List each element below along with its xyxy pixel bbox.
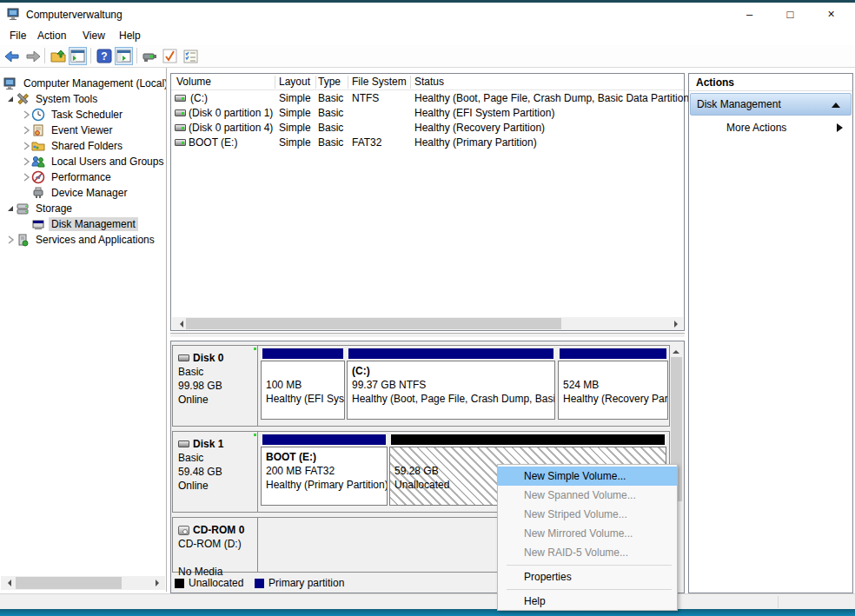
tree-item-label: Performance bbox=[49, 170, 114, 184]
cell-status: Healthy (Primary Partition) bbox=[414, 136, 537, 149]
menu-item-properties[interactable]: Properties bbox=[498, 567, 677, 586]
volume-row-partition1[interactable]: (Disk 0 partition 1) Simple Basic Health… bbox=[171, 106, 684, 121]
minimize-button[interactable]: – bbox=[730, 3, 769, 26]
menu-item-new-simple-volume[interactable]: New Simple Volume... bbox=[498, 467, 677, 486]
chevron-collapsed-icon[interactable] bbox=[21, 141, 31, 151]
tree-item-local-users-groups[interactable]: Local Users and Groups bbox=[0, 154, 167, 169]
partition-recovery[interactable]: 524 MB Healthy (Recovery Partition) bbox=[558, 348, 668, 420]
volume-row-boot-e[interactable]: BOOT (E:) Simple Basic FAT32 Healthy (Pr… bbox=[171, 136, 684, 150]
cell-status: Healthy (Boot, Page File, Crash Dump, Ba… bbox=[414, 92, 693, 104]
volume-row-partition4[interactable]: (Disk 0 partition 4) Simple Basic Health… bbox=[171, 121, 684, 136]
storage-icon bbox=[16, 202, 30, 215]
disk-name: Disk 1 bbox=[193, 438, 223, 450]
partition-efi[interactable]: 100 MB Healthy (EFI System Partition) bbox=[261, 348, 345, 420]
disk-1-label[interactable]: Disk 1 Basic 59.48 GB Online bbox=[173, 432, 258, 512]
cell-layout: Simple bbox=[279, 92, 311, 104]
scroll-left-icon[interactable] bbox=[4, 580, 11, 586]
up-one-level-button[interactable] bbox=[49, 47, 67, 65]
partition-c[interactable]: (C:) 99.37 GB NTFS Healthy (Boot, Page F… bbox=[347, 348, 555, 420]
tree-horizontal-scrollbar[interactable] bbox=[1, 576, 165, 590]
chevron-collapsed-icon[interactable] bbox=[21, 125, 31, 136]
legend-primary-partition: Primary partition bbox=[255, 577, 344, 589]
scroll-right-icon[interactable] bbox=[674, 321, 681, 328]
tree-item-task-scheduler[interactable]: Task Scheduler bbox=[0, 107, 167, 123]
cell-layout: Simple bbox=[279, 136, 311, 149]
cell-volume: (Disk 0 partition 1) bbox=[189, 107, 273, 119]
disk-0-row[interactable]: Disk 0 Basic 99.98 GB Online 100 MB Heal… bbox=[172, 345, 670, 427]
actions-pane: Actions Disk Management More Actions bbox=[688, 73, 853, 593]
more-actions-item[interactable]: More Actions bbox=[690, 117, 852, 138]
volume-list-pane: Volume Layout Type File System Status (C… bbox=[170, 73, 685, 331]
menu-bar: File Action View Help bbox=[0, 26, 855, 45]
up-folder-icon bbox=[50, 50, 66, 63]
scrollbar-thumb[interactable] bbox=[186, 318, 561, 329]
chevron-collapsed-icon[interactable] bbox=[21, 172, 31, 182]
tree-item-label: Event Viewer bbox=[49, 123, 115, 137]
performance-icon bbox=[31, 170, 45, 184]
tree-item-computer-management[interactable]: Computer Management (Local) bbox=[0, 76, 167, 91]
legend-label: Primary partition bbox=[268, 577, 344, 589]
chevron-collapsed-icon[interactable] bbox=[21, 109, 31, 120]
column-status[interactable]: Status bbox=[414, 76, 444, 88]
volume-list-header[interactable]: Volume Layout Type File System Status bbox=[171, 74, 684, 90]
partition-title: BOOT (E:) bbox=[266, 450, 387, 464]
tree-item-event-viewer[interactable]: Event Viewer bbox=[0, 123, 167, 138]
back-button[interactable] bbox=[3, 47, 21, 65]
tree-item-system-tools[interactable]: System Tools bbox=[0, 91, 167, 107]
title-bar[interactable]: Computerverwaltung – □ × bbox=[0, 3, 855, 26]
show-action-pane-button[interactable] bbox=[115, 47, 133, 65]
chevron-expanded-icon[interactable] bbox=[5, 203, 16, 214]
close-button[interactable]: × bbox=[812, 3, 851, 26]
tree-item-device-manager[interactable]: Device Manager bbox=[0, 185, 167, 201]
export-list-button[interactable] bbox=[182, 47, 200, 65]
menu-view[interactable]: View bbox=[79, 29, 109, 43]
menu-action[interactable]: Action bbox=[34, 29, 70, 43]
unallocated-swatch bbox=[175, 579, 184, 588]
column-layout[interactable]: Layout bbox=[279, 76, 310, 88]
help-button[interactable]: ? bbox=[95, 47, 113, 65]
menu-file[interactable]: File bbox=[6, 29, 30, 43]
remote-connection-button[interactable] bbox=[140, 47, 158, 65]
disk-type: Basic bbox=[178, 365, 257, 379]
column-type[interactable]: Type bbox=[318, 76, 341, 88]
tree-item-shared-folders[interactable]: Shared Folders bbox=[0, 138, 167, 154]
primary-partition-swatch bbox=[255, 579, 264, 588]
volume-row-c[interactable]: (C:) Simple Basic NTFS Healthy (Boot, Pa… bbox=[171, 91, 684, 106]
partition-title: (C:) bbox=[352, 364, 554, 378]
actions-section-disk-management[interactable]: Disk Management bbox=[690, 93, 852, 116]
chevron-collapsed-icon[interactable] bbox=[5, 235, 16, 245]
tree-item-performance[interactable]: Performance bbox=[0, 169, 167, 185]
computer-management-window: Computerverwaltung – □ × File Action Vie… bbox=[0, 0, 855, 616]
pane-splitter[interactable] bbox=[170, 333, 685, 338]
scroll-right-icon[interactable] bbox=[156, 580, 162, 586]
cdrom-icon bbox=[178, 526, 189, 535]
toolbar-separator bbox=[44, 48, 45, 63]
volume-icon bbox=[175, 95, 186, 102]
scroll-up-icon[interactable] bbox=[673, 347, 679, 354]
volume-list-horizontal-scrollbar[interactable] bbox=[172, 317, 683, 330]
collapse-icon[interactable] bbox=[832, 103, 840, 108]
scrollbar-thumb[interactable] bbox=[16, 577, 122, 589]
column-volume[interactable]: Volume bbox=[176, 76, 211, 88]
tree-item-services-applications[interactable]: Services and Applications bbox=[0, 232, 167, 248]
tree-item-storage[interactable]: Storage bbox=[0, 201, 167, 216]
scroll-left-icon[interactable] bbox=[176, 321, 183, 328]
tree-item-label: System Tools bbox=[33, 92, 100, 106]
tree-item-disk-management[interactable]: Disk Management bbox=[0, 216, 167, 232]
disk-0-label[interactable]: Disk 0 Basic 99.98 GB Online bbox=[173, 346, 258, 426]
disk-name: Disk 0 bbox=[193, 352, 223, 364]
cdrom-0-label[interactable]: CD-ROM 0 CD-ROM (D:) No Media bbox=[173, 518, 258, 572]
menu-help[interactable]: Help bbox=[116, 29, 144, 43]
column-file-system[interactable]: File System bbox=[352, 76, 407, 88]
chevron-expanded-icon[interactable] bbox=[5, 94, 16, 104]
show-console-tree-button[interactable] bbox=[69, 47, 87, 65]
partition-boot-e[interactable]: BOOT (E:) 200 MB FAT32 Healthy (Primary … bbox=[261, 434, 388, 506]
legend-label: Unallocated bbox=[189, 577, 243, 589]
maximize-button[interactable]: □ bbox=[771, 3, 810, 26]
chevron-collapsed-icon[interactable] bbox=[21, 156, 31, 167]
svg-text:?: ? bbox=[101, 50, 107, 63]
menu-item-help[interactable]: Help bbox=[498, 592, 677, 611]
forward-button[interactable] bbox=[23, 47, 42, 65]
disk-management-icon bbox=[31, 217, 45, 231]
validate-button[interactable] bbox=[161, 47, 179, 65]
